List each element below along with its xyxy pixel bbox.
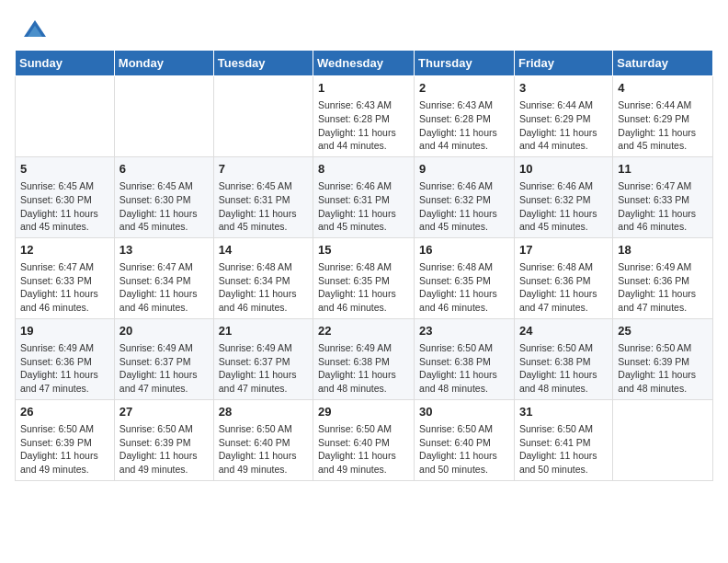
day-info: Sunset: 6:41 PM — [519, 436, 608, 450]
day-info: Daylight: 11 hours and 44 minutes. — [419, 126, 509, 153]
calendar-week-row: 26Sunrise: 6:50 AMSunset: 6:39 PMDayligh… — [16, 399, 713, 480]
day-number: 13 — [119, 242, 209, 259]
calendar-week-row: 19Sunrise: 6:49 AMSunset: 6:36 PMDayligh… — [16, 318, 713, 399]
day-header-friday: Friday — [514, 51, 612, 76]
day-info: Sunrise: 6:49 AM — [119, 341, 209, 355]
day-info: Sunset: 6:28 PM — [318, 112, 409, 126]
day-number: 30 — [419, 404, 509, 420]
calendar-cell: 19Sunrise: 6:49 AMSunset: 6:36 PMDayligh… — [16, 318, 115, 399]
day-number: 7 — [219, 161, 308, 178]
day-info: Sunrise: 6:48 AM — [419, 260, 509, 274]
calendar-cell: 4Sunrise: 6:44 AMSunset: 6:29 PMDaylight… — [613, 76, 713, 157]
calendar-cell: 13Sunrise: 6:47 AMSunset: 6:34 PMDayligh… — [114, 237, 213, 318]
day-info: Sunset: 6:40 PM — [318, 436, 409, 450]
day-info: Sunset: 6:34 PM — [219, 274, 308, 288]
day-info: Sunset: 6:30 PM — [119, 193, 209, 207]
day-info: Sunset: 6:39 PM — [20, 436, 109, 450]
calendar-cell: 26Sunrise: 6:50 AMSunset: 6:39 PMDayligh… — [16, 399, 115, 480]
day-info: Sunset: 6:30 PM — [20, 193, 109, 207]
day-info: Daylight: 11 hours and 50 minutes. — [419, 449, 509, 476]
day-info: Sunrise: 6:45 AM — [119, 179, 209, 193]
day-header-sunday: Sunday — [16, 51, 115, 76]
day-info: Daylight: 11 hours and 44 minutes. — [318, 126, 409, 153]
day-info: Sunset: 6:36 PM — [20, 355, 109, 369]
day-header-saturday: Saturday — [613, 51, 713, 76]
page: SundayMondayTuesdayWednesdayThursdayFrid… — [0, 0, 728, 563]
day-info: Daylight: 11 hours and 47 minutes. — [119, 368, 209, 395]
day-info: Daylight: 11 hours and 48 minutes. — [519, 368, 608, 395]
calendar-week-row: 1Sunrise: 6:43 AMSunset: 6:28 PMDaylight… — [16, 76, 713, 157]
day-info: Daylight: 11 hours and 45 minutes. — [519, 207, 608, 234]
day-info: Daylight: 11 hours and 45 minutes. — [618, 126, 708, 153]
day-info: Daylight: 11 hours and 47 minutes. — [618, 287, 708, 314]
day-info: Sunset: 6:38 PM — [419, 355, 509, 369]
day-number: 16 — [419, 242, 509, 259]
logo — [22, 17, 51, 42]
calendar-week-row: 12Sunrise: 6:47 AMSunset: 6:33 PMDayligh… — [16, 237, 713, 318]
day-info: Daylight: 11 hours and 47 minutes. — [219, 368, 308, 395]
day-info: Sunset: 6:34 PM — [119, 274, 209, 288]
day-number: 22 — [318, 323, 409, 339]
calendar-cell: 16Sunrise: 6:48 AMSunset: 6:35 PMDayligh… — [415, 237, 515, 318]
header — [0, 0, 728, 50]
day-info: Sunset: 6:37 PM — [119, 355, 209, 369]
day-header-tuesday: Tuesday — [213, 51, 313, 76]
calendar-cell: 2Sunrise: 6:43 AMSunset: 6:28 PMDaylight… — [415, 76, 515, 157]
calendar-cell — [114, 76, 213, 157]
calendar-cell: 3Sunrise: 6:44 AMSunset: 6:29 PMDaylight… — [514, 76, 612, 157]
day-info: Sunset: 6:33 PM — [618, 193, 708, 207]
calendar-cell: 7Sunrise: 6:45 AMSunset: 6:31 PMDaylight… — [213, 156, 313, 237]
calendar-cell: 31Sunrise: 6:50 AMSunset: 6:41 PMDayligh… — [514, 399, 612, 480]
day-info: Sunrise: 6:45 AM — [219, 179, 308, 193]
calendar-cell: 1Sunrise: 6:43 AMSunset: 6:28 PMDaylight… — [313, 76, 415, 157]
day-info: Sunrise: 6:49 AM — [20, 341, 109, 355]
day-info: Sunrise: 6:43 AM — [318, 98, 409, 112]
calendar-cell — [213, 76, 313, 157]
calendar-cell: 29Sunrise: 6:50 AMSunset: 6:40 PMDayligh… — [313, 399, 415, 480]
day-number: 24 — [519, 323, 608, 339]
day-info: Sunrise: 6:47 AM — [618, 179, 708, 193]
day-info: Sunrise: 6:47 AM — [20, 260, 109, 274]
day-info: Sunrise: 6:50 AM — [519, 422, 608, 436]
day-info: Daylight: 11 hours and 49 minutes. — [119, 449, 209, 476]
day-number: 28 — [219, 404, 308, 420]
day-info: Sunset: 6:38 PM — [318, 355, 409, 369]
day-number: 6 — [119, 161, 209, 178]
day-info: Sunrise: 6:50 AM — [219, 422, 308, 436]
calendar-header-row: SundayMondayTuesdayWednesdayThursdayFrid… — [16, 51, 713, 76]
day-info: Sunrise: 6:49 AM — [219, 341, 308, 355]
day-number: 25 — [618, 323, 708, 339]
day-info: Sunset: 6:40 PM — [219, 436, 308, 450]
day-number: 19 — [20, 323, 109, 339]
day-info: Sunrise: 6:48 AM — [519, 260, 608, 274]
day-number: 20 — [119, 323, 209, 339]
day-info: Daylight: 11 hours and 46 minutes. — [419, 287, 509, 314]
day-number: 29 — [318, 404, 409, 420]
day-info: Sunset: 6:39 PM — [618, 355, 708, 369]
day-info: Sunset: 6:35 PM — [318, 274, 409, 288]
day-info: Daylight: 11 hours and 46 minutes. — [318, 287, 409, 314]
calendar-cell: 14Sunrise: 6:48 AMSunset: 6:34 PMDayligh… — [213, 237, 313, 318]
day-info: Daylight: 11 hours and 49 minutes. — [318, 449, 409, 476]
day-info: Daylight: 11 hours and 45 minutes. — [419, 207, 509, 234]
day-info: Sunrise: 6:50 AM — [419, 341, 509, 355]
calendar-cell: 30Sunrise: 6:50 AMSunset: 6:40 PMDayligh… — [415, 399, 515, 480]
day-info: Sunrise: 6:50 AM — [519, 341, 608, 355]
day-info: Daylight: 11 hours and 46 minutes. — [119, 287, 209, 314]
day-info: Daylight: 11 hours and 49 minutes. — [219, 449, 308, 476]
day-number: 14 — [219, 242, 308, 259]
day-info: Sunrise: 6:48 AM — [219, 260, 308, 274]
day-info: Sunrise: 6:45 AM — [20, 179, 109, 193]
calendar-cell: 28Sunrise: 6:50 AMSunset: 6:40 PMDayligh… — [213, 399, 313, 480]
day-info: Daylight: 11 hours and 47 minutes. — [519, 287, 608, 314]
day-info: Daylight: 11 hours and 50 minutes. — [519, 449, 608, 476]
day-info: Daylight: 11 hours and 46 minutes. — [20, 287, 109, 314]
day-info: Sunset: 6:39 PM — [119, 436, 209, 450]
day-info: Sunrise: 6:44 AM — [519, 98, 608, 112]
day-info: Sunset: 6:36 PM — [519, 274, 608, 288]
calendar-cell: 12Sunrise: 6:47 AMSunset: 6:33 PMDayligh… — [16, 237, 115, 318]
calendar-cell: 25Sunrise: 6:50 AMSunset: 6:39 PMDayligh… — [613, 318, 713, 399]
day-number: 9 — [419, 161, 509, 178]
calendar-cell — [613, 399, 713, 480]
calendar-cell: 5Sunrise: 6:45 AMSunset: 6:30 PMDaylight… — [16, 156, 115, 237]
